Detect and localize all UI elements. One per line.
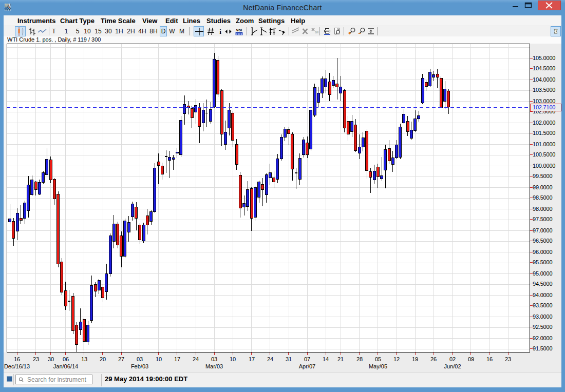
svg-text:vol: vol — [236, 28, 242, 32]
svg-text:all: all — [315, 30, 318, 34]
svg-text:...: ... — [24, 379, 27, 383]
